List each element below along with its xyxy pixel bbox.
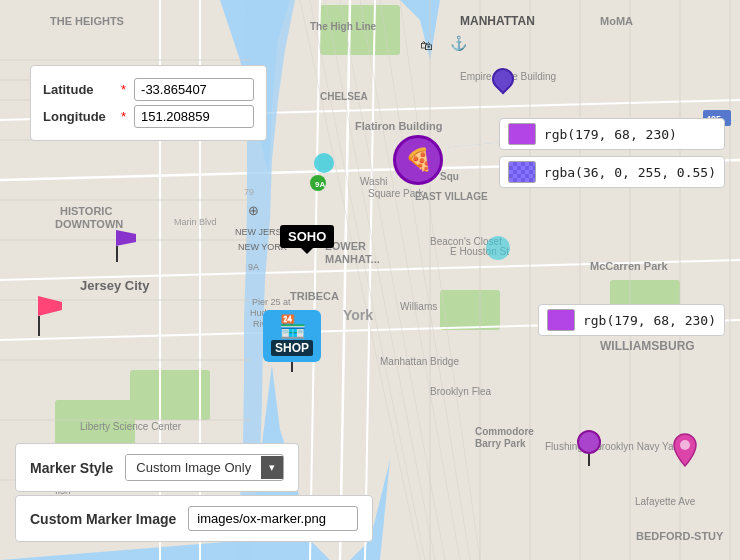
pizza-circle-marker: 🍕: [393, 135, 443, 185]
svg-text:MANHATTAN: MANHATTAN: [460, 14, 535, 28]
longitude-required: *: [121, 109, 126, 124]
svg-point-97: [680, 440, 690, 450]
svg-text:9A: 9A: [315, 180, 325, 189]
svg-text:⚓: ⚓: [450, 35, 468, 52]
svg-text:McCarren Park: McCarren Park: [590, 260, 669, 272]
svg-text:Pier 25 at: Pier 25 at: [252, 297, 291, 307]
color-value-3: rgb(179, 68, 230): [583, 313, 716, 328]
flag-marker-purple: [116, 230, 136, 262]
custom-image-input[interactable]: [188, 506, 358, 531]
purple-circle-marker: [577, 430, 601, 466]
latitude-required: *: [121, 82, 126, 97]
svg-text:79: 79: [244, 187, 254, 197]
latitude-label: Latitude: [43, 82, 113, 97]
svg-text:Lafayette Ave: Lafayette Ave: [635, 496, 696, 507]
magenta-pin-marker: [672, 432, 698, 472]
marker-style-select-wrapper[interactable]: Custom Image Only ▾: [125, 454, 284, 481]
svg-text:The High Line: The High Line: [310, 21, 377, 32]
longitude-input[interactable]: [134, 105, 254, 128]
marker-style-label: Marker Style: [30, 460, 113, 476]
color-box-2: [508, 161, 536, 183]
svg-text:Commodore: Commodore: [475, 426, 534, 437]
shop-text: SHOP: [271, 340, 313, 356]
soho-label: SOHO: [280, 225, 334, 248]
color-swatch-row-1: rgb(179, 68, 230): [499, 118, 725, 150]
svg-text:BEDFORD-STUY: BEDFORD-STUY: [636, 530, 724, 542]
svg-text:TRIBECA: TRIBECA: [290, 290, 339, 302]
svg-text:Liberty Science Center: Liberty Science Center: [80, 421, 182, 432]
shop-marker: 🏪 SHOP: [263, 310, 321, 372]
svg-text:Squ: Squ: [440, 171, 459, 182]
svg-text:MoMA: MoMA: [600, 15, 633, 27]
color-swatch-panel-top: rgb(179, 68, 230) rgba(36, 0, 255, 0.55): [499, 118, 725, 188]
svg-text:HISTORIC: HISTORIC: [60, 205, 112, 217]
svg-text:Washi: Washi: [360, 176, 387, 187]
longitude-label: Longitude: [43, 109, 113, 124]
marker-style-dropdown-arrow[interactable]: ▾: [261, 456, 283, 479]
svg-rect-2: [440, 290, 500, 330]
svg-text:WILLIAMSBURG: WILLIAMSBURG: [600, 339, 695, 353]
svg-text:DOWNTOWN: DOWNTOWN: [55, 218, 123, 230]
marker-style-selected: Custom Image Only: [126, 455, 261, 480]
flag-marker-left: [38, 296, 62, 336]
purple-pin-top: [492, 68, 514, 90]
shop-stem: [291, 362, 293, 372]
svg-text:Jersey City: Jersey City: [80, 278, 150, 293]
color-value-1: rgb(179, 68, 230): [544, 127, 677, 142]
color-box-3: [547, 309, 575, 331]
svg-text:🛍: 🛍: [420, 38, 433, 53]
color-swatch-panel-mid: rgb(179, 68, 230): [538, 304, 725, 336]
color-swatch-row-3: rgb(179, 68, 230): [538, 304, 725, 336]
svg-text:EAST VILLAGE: EAST VILLAGE: [415, 191, 488, 202]
shop-icon: 🏪: [271, 316, 313, 338]
svg-text:Williams: Williams: [400, 301, 437, 312]
map-container: THE HEIGHTS HISTORIC DOWNTOWN Jersey Cit…: [0, 0, 740, 560]
svg-point-92: [314, 153, 334, 173]
color-box-1: [508, 123, 536, 145]
svg-text:CHELSEA: CHELSEA: [320, 91, 368, 102]
svg-text:MANHAT...: MANHAT...: [325, 253, 380, 265]
svg-text:Flatiron Building: Flatiron Building: [355, 120, 442, 132]
svg-text:THE HEIGHTS: THE HEIGHTS: [50, 15, 124, 27]
svg-text:9A: 9A: [248, 262, 259, 272]
color-value-2: rgba(36, 0, 255, 0.55): [544, 165, 716, 180]
coord-panel: Latitude * Longitude *: [30, 65, 267, 141]
svg-text:Barry Park: Barry Park: [475, 438, 526, 449]
custom-image-panel: Custom Marker Image: [15, 495, 373, 542]
svg-point-93: [486, 236, 510, 260]
svg-text:York: York: [343, 307, 373, 323]
svg-text:Brooklyn Navy Yard: Brooklyn Navy Yard: [595, 441, 682, 452]
custom-image-label: Custom Marker Image: [30, 511, 176, 527]
latitude-input[interactable]: [134, 78, 254, 101]
marker-style-panel: Marker Style Custom Image Only ▾: [15, 443, 299, 492]
svg-text:⊕: ⊕: [248, 203, 259, 218]
svg-text:Manhattan Bridge: Manhattan Bridge: [380, 356, 459, 367]
svg-text:Brooklyn Flea: Brooklyn Flea: [430, 386, 492, 397]
svg-rect-4: [130, 370, 210, 420]
color-swatch-row-2: rgba(36, 0, 255, 0.55): [499, 156, 725, 188]
svg-text:Marin Blvd: Marin Blvd: [174, 217, 217, 227]
